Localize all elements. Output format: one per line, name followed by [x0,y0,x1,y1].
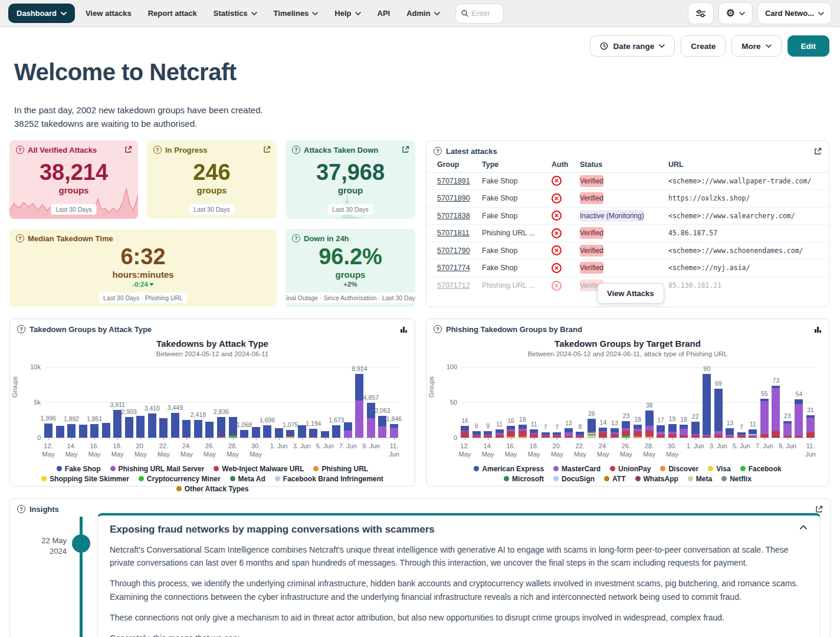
auth-denied-icon[interactable]: ✕ [552,281,562,291]
chart-bar[interactable] [634,367,642,438]
legend-item-facebook[interactable]: Facebook [740,465,782,473]
search-input[interactable] [472,9,498,18]
help-circle-icon[interactable]: ? [17,505,25,513]
chart-bar[interactable] [171,367,179,438]
chart-bar[interactable] [263,367,271,438]
chart-bar[interactable] [159,367,168,438]
settings-button[interactable]: ⚙ [718,2,753,24]
auth-denied-icon[interactable]: ✕ [552,176,562,186]
chart-bar[interactable] [205,367,214,438]
auth-denied-icon[interactable]: ✕ [552,228,562,238]
chart-bar[interactable] [783,367,792,438]
legend-item-att[interactable]: ATT [604,475,625,483]
attack-group-link[interactable]: 57071811 [437,229,482,237]
legend-item-american-express[interactable]: American Express [474,465,544,473]
chart-bar[interactable] [795,367,803,438]
chart-bar[interactable] [691,367,700,438]
nav-item-admin[interactable]: Admin [398,4,448,23]
chart-bar[interactable] [102,367,110,438]
chart-bar[interactable] [519,367,527,438]
attack-group-link[interactable]: 57071891 [437,177,482,185]
legend-item-facebook-brand-infringement[interactable]: Facebook Brand Infringement [275,475,383,483]
chart-bar[interactable] [507,367,515,438]
nav-item-report-attack[interactable]: Report attack [140,4,205,23]
attack-group-link[interactable]: 57071838 [437,212,482,220]
chart-bar[interactable] [148,367,156,438]
more-button[interactable]: More [731,35,781,57]
chart-bar[interactable] [760,367,769,438]
legend-item-microsoft[interactable]: Microsoft [504,475,544,483]
chart-bar[interactable] [252,367,260,438]
chart-bar[interactable] [367,367,375,438]
nav-search-box[interactable] [455,4,504,24]
nav-item-api[interactable]: API [369,4,399,23]
auth-denied-icon[interactable]: ✕ [552,211,562,221]
chart-bar[interactable] [321,367,329,438]
stat-card-expand[interactable] [124,146,132,153]
chart-bar[interactable] [657,367,665,438]
chart-bar[interactable] [599,367,607,438]
help-circle-icon[interactable]: ? [153,146,162,154]
chart-bar[interactable] [125,367,133,438]
auth-denied-icon[interactable]: ✕ [552,245,562,255]
help-circle-icon[interactable]: ? [16,234,24,242]
legend-item-docusign[interactable]: DocuSign [553,475,595,483]
stat-card-expand[interactable] [263,146,271,153]
nav-item-statistics[interactable]: Statistics [205,4,265,23]
legend-item-fake-shop[interactable]: Fake Shop [57,465,101,473]
chart-bar[interactable] [332,367,340,438]
nav-item-view-attacks[interactable]: View attacks [77,4,140,23]
attack-group-link[interactable]: 57071890 [437,194,482,202]
chart-bar[interactable] [565,367,573,438]
chart-bar[interactable] [90,367,99,438]
chart-bar[interactable] [588,367,596,438]
auth-denied-icon[interactable]: ✕ [552,193,562,203]
chart-bar[interactable] [136,367,145,438]
attack-group-link[interactable]: 57071774 [437,264,482,272]
help-circle-icon[interactable]: ? [16,146,24,154]
chart-bar[interactable] [378,367,386,438]
chart-bar[interactable] [355,367,363,438]
legend-item-phishing-url[interactable]: Phishing URL [313,465,368,473]
chart-bar[interactable] [217,367,225,438]
date-range-button[interactable]: Date range [590,35,675,57]
help-circle-icon[interactable]: ? [292,146,300,154]
nav-item-help[interactable]: Help [326,4,369,23]
external-link-icon[interactable] [263,146,271,153]
chart-bar[interactable] [668,367,677,438]
chart-bar[interactable] [182,367,191,438]
chart-bar[interactable] [390,367,398,438]
external-link-icon[interactable] [815,505,823,513]
chart-bar[interactable] [703,367,711,438]
legend-item-meta-ad[interactable]: Meta Ad [230,475,265,483]
create-button[interactable]: Create [681,35,726,57]
legend-item-whatsapp[interactable]: WhatsApp [635,475,678,483]
collapse-button[interactable] [799,524,808,531]
chart-bar[interactable] [44,367,52,438]
chart-bar[interactable] [194,367,202,438]
auth-denied-icon[interactable]: ✕ [552,263,562,273]
nav-item-timelines[interactable]: Timelines [265,4,327,23]
attack-group-link[interactable]: 57071790 [437,247,482,255]
legend-item-phishing-url-mail-server[interactable]: Phishing URL Mail Server [110,465,205,473]
external-link-icon[interactable] [814,147,822,155]
view-attacks-button[interactable]: View Attacks [597,283,664,304]
bar-chart-icon[interactable] [814,326,822,333]
chart-bar[interactable] [298,367,306,438]
filters-button[interactable] [688,2,714,24]
legend-item-unionpay[interactable]: UnionPay [610,465,651,473]
legend-item-mastercard[interactable]: MasterCard [553,465,601,473]
help-circle-icon[interactable]: ? [292,234,300,242]
legend-item-cryptocurrency-miner[interactable]: Cryptocurrency Miner [139,475,221,483]
attack-group-link[interactable]: 57071712 [437,281,482,290]
legend-item-visa[interactable]: Visa [708,465,730,473]
legend-item-shopping-site-skimmer[interactable]: Shopping Site Skimmer [41,475,129,483]
bar-chart-icon[interactable] [400,326,408,333]
legend-item-meta[interactable]: Meta [688,475,712,483]
edit-button[interactable]: Edit [788,35,830,57]
nav-dashboard-button[interactable]: Dashboard [8,4,75,23]
external-link-icon[interactable] [402,146,409,153]
legend-item-other-attack-types[interactable]: Other Attack Types [176,485,249,493]
help-circle-icon[interactable]: ? [17,325,25,333]
chart-bar[interactable] [229,367,237,438]
